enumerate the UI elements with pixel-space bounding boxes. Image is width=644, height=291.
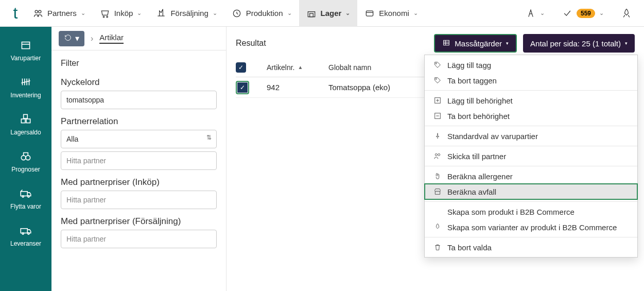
menu-delete-selected[interactable]: Ta bort valda <box>425 239 637 255</box>
svg-point-25 <box>435 153 437 156</box>
rocket-icon <box>433 207 442 216</box>
svg-point-26 <box>438 153 440 156</box>
svg-rect-14 <box>21 192 27 196</box>
sidebar-item-label: Flytta varor <box>10 203 41 210</box>
nav-activity[interactable]: ⌄ <box>518 0 552 27</box>
chevron-down-icon: ⌄ <box>137 10 142 16</box>
nav-lager[interactable]: Lager ⌄ <box>299 0 358 27</box>
nav-items: Partners ⌄ Inköp ⌄ Försäljning ⌄ Produkt… <box>26 0 518 27</box>
menu-remove-permission[interactable]: Ta bort behörighet <box>425 108 637 124</box>
svg-rect-11 <box>24 114 28 118</box>
svg-rect-20 <box>444 40 449 45</box>
nav-inkop[interactable]: Inköp ⌄ <box>93 0 149 27</box>
tally-icon <box>19 75 32 89</box>
chevron-down-icon: ⌄ <box>287 10 292 16</box>
chevron-down-icon: ⌄ <box>213 10 217 16</box>
sidebar-item-label: Varupartier <box>11 55 41 62</box>
svg-rect-5 <box>308 11 315 16</box>
sidebar-item-prognoser[interactable]: Prognoser <box>0 143 51 180</box>
menu-default-batches[interactable]: Standardval av varupartier <box>425 128 637 144</box>
menu-create-variants-b2b[interactable]: Skapa som varianter av produkt i B2B Com… <box>425 219 637 235</box>
svg-rect-8 <box>22 42 29 49</box>
plus-square-icon <box>433 96 442 105</box>
menu-add-permission[interactable]: Lägg till behörighet <box>425 93 637 108</box>
menu-calc-allergens[interactable]: Beräkna allergener <box>425 168 637 184</box>
menu-calc-waste[interactable]: Beräkna avfall <box>425 184 637 199</box>
partnerprice-out-input[interactable] <box>61 230 217 248</box>
nav-tasks[interactable]: 559 ⌄ <box>555 0 611 27</box>
svg-point-0 <box>35 10 38 13</box>
sidebar-item-label: Leveranser <box>10 240 41 247</box>
partnerprice-out-label: Med partnerpriser (Försäljning) <box>61 216 217 227</box>
chevron-down-icon: ⌄ <box>540 10 545 16</box>
mass-actions-menu: Lägg till tagg Ta bort taggen Lägg till … <box>424 55 638 258</box>
svg-rect-17 <box>21 229 27 233</box>
partnerprice-in-label: Med partnerpriser (Inköp) <box>61 177 217 187</box>
menu-remove-tag[interactable]: Ta bort taggen <box>425 73 637 88</box>
history-button[interactable]: ▾ <box>59 31 84 46</box>
sidebar-item-varupartier[interactable]: Varupartier <box>0 32 51 69</box>
mass-actions-button[interactable]: Massåtgärder ▾ <box>434 34 517 53</box>
logo: t <box>5 4 26 23</box>
keyword-input[interactable] <box>61 91 217 109</box>
menu-create-product-b2b[interactable]: Skapa som produkt i B2B Commerce <box>425 204 637 219</box>
sort-icon: ▲ <box>298 64 303 70</box>
svg-rect-10 <box>26 119 30 123</box>
truck-icon <box>19 224 32 237</box>
mass-label: Massåtgärder <box>455 39 502 48</box>
nav-partners[interactable]: Partners ⌄ <box>26 0 93 27</box>
svg-point-22 <box>436 78 437 79</box>
nav-label: Ekonomi <box>379 9 409 18</box>
warehouse-icon <box>306 8 317 19</box>
sidebar-item-leveranser[interactable]: Leveranser <box>0 217 51 254</box>
chevron-down-icon: ▾ <box>625 41 628 46</box>
select-all-checkbox[interactable]: ✓ <box>236 62 246 73</box>
rocket-icon <box>621 8 632 19</box>
top-nav: t Partners ⌄ Inköp ⌄ Försäljning ⌄ Produ… <box>0 0 644 27</box>
cell-artikelnr: 942 <box>267 83 328 92</box>
svg-point-1 <box>39 10 41 13</box>
svg-point-16 <box>28 196 29 197</box>
filter-title: Filter <box>51 50 226 72</box>
menu-add-tag[interactable]: Lägg till tagg <box>425 57 637 73</box>
box-icon <box>19 38 32 52</box>
partnerprice-in-input[interactable] <box>61 191 217 209</box>
svg-rect-6 <box>309 13 313 17</box>
table-icon <box>442 39 450 48</box>
filter-column: ▾ › Artiklar Filter Nyckelord Partnerrel… <box>51 27 227 291</box>
partner-search-input[interactable] <box>61 151 217 170</box>
trash-icon <box>433 243 442 252</box>
chevron-down-icon: ⌄ <box>413 10 418 16</box>
menu-send-partner[interactable]: Skicka till partner <box>425 148 637 164</box>
svg-point-3 <box>107 16 108 17</box>
binoculars-icon <box>19 149 32 163</box>
partnerrel-select[interactable]: Alla <box>61 130 217 148</box>
partners-icon <box>33 8 43 19</box>
breadcrumb-current: Artiklar <box>99 33 124 44</box>
activity-icon <box>526 8 536 19</box>
col-artikelnr[interactable]: Artikelnr. ▲ <box>267 63 328 72</box>
keyword-label: Nyckelord <box>61 77 217 88</box>
svg-point-21 <box>436 63 437 64</box>
row-checkbox[interactable]: ✓ <box>236 81 249 94</box>
sale-icon <box>156 8 166 19</box>
nav-launch[interactable] <box>614 0 639 27</box>
pin-icon <box>433 131 442 141</box>
sidebar-item-flytta[interactable]: Flytta varor <box>0 180 51 217</box>
sidebar-item-inventering[interactable]: Inventering <box>0 69 51 106</box>
task-badge: 559 <box>577 9 595 18</box>
send-icon <box>433 151 442 161</box>
chevron-down-icon: ⌄ <box>81 10 85 16</box>
nav-ekonomi[interactable]: Ekonomi ⌄ <box>357 0 425 27</box>
sidebar-item-lagersaldo[interactable]: Lagersaldo <box>0 106 51 143</box>
pager-button[interactable]: Antal per sida: 25 (1 totalt) ▾ <box>523 34 635 53</box>
breadcrumb: ▾ › Artiklar <box>51 27 226 50</box>
sidebar-item-label: Inventering <box>10 92 41 99</box>
chevron-down-icon: ⌄ <box>345 10 350 16</box>
result-title: Resultat <box>236 39 428 48</box>
svg-point-19 <box>28 233 29 234</box>
chevron-down-icon: ⌄ <box>599 10 604 16</box>
nav-forsaljning[interactable]: Försäljning ⌄ <box>149 0 224 27</box>
cart-icon <box>100 8 110 19</box>
nav-produktion[interactable]: Produktion ⌄ <box>224 0 299 27</box>
